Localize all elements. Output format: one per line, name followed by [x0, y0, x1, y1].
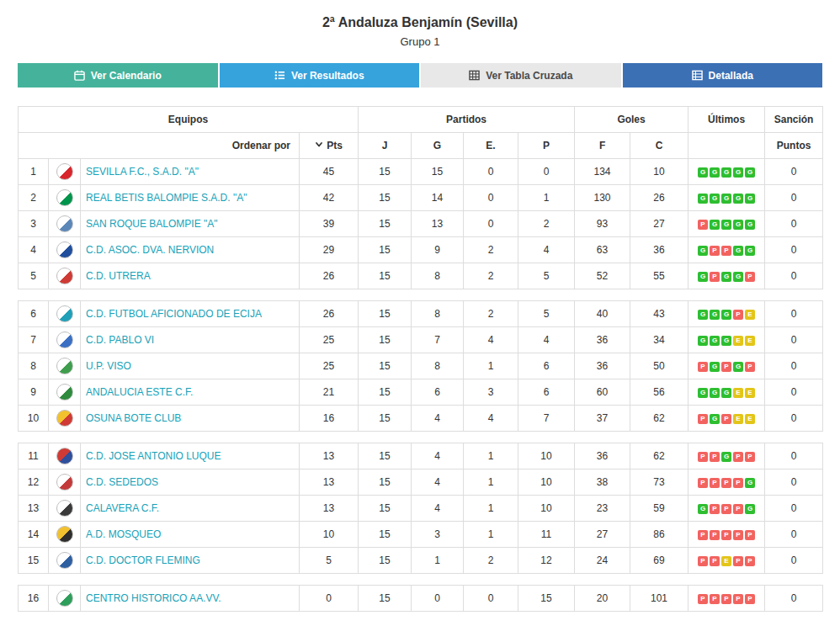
crest-cell: [49, 301, 81, 327]
points-cell: 25: [300, 327, 359, 353]
team-link[interactable]: A.D. MOSQUEO: [86, 528, 161, 540]
lost-cell: 5: [518, 301, 575, 327]
group-header-row: Equipos Partidos Goles Últimos Sanción: [19, 107, 823, 133]
played-cell: 15: [359, 443, 412, 470]
lost-cell: 10: [518, 443, 575, 470]
team-link[interactable]: SEVILLA F.C., S.A.D. "A": [86, 166, 199, 178]
points-cell: 39: [300, 211, 359, 237]
team-link[interactable]: OSUNA BOTE CLUB: [86, 412, 181, 424]
drawn-cell: 1: [464, 470, 518, 496]
team-link[interactable]: C.D. SEDEDOS: [86, 476, 158, 488]
result-badge: P: [698, 556, 708, 566]
team-crest-icon: [56, 526, 73, 543]
crest-cell: [49, 406, 81, 432]
last5-badges: GPPGG: [698, 246, 755, 256]
team-link[interactable]: CALAVERA C.F.: [86, 502, 159, 514]
sanction-cell: 0: [765, 263, 823, 289]
crest-cell: [49, 263, 81, 289]
lost-cell: 4: [518, 237, 575, 263]
last-results-cell: PGPEE: [688, 406, 765, 432]
sanction-cell: 0: [765, 211, 823, 237]
last5-badges: PPEPP: [698, 556, 755, 566]
result-badge: P: [733, 556, 743, 566]
result-badge: P: [710, 478, 720, 488]
team-link[interactable]: ANDALUCIA ESTE C.F.: [86, 386, 193, 398]
page-title: 2ª Andaluza Benjamín (Sevilla): [18, 15, 822, 30]
team-cell: C.D. DOCTOR FLEMING: [81, 548, 300, 574]
last5-badges: GPPPG: [698, 504, 755, 514]
crest-cell: [49, 353, 81, 379]
team-link[interactable]: C.D. UTRERA: [86, 270, 151, 282]
goals-against-cell: 50: [630, 353, 688, 379]
result-badge: P: [698, 362, 708, 372]
table-row: 5 C.D. UTRERA 26 15 8 2 5 52 55 GPGGP 0: [19, 263, 823, 289]
team-link[interactable]: C.D. PABLO VI: [86, 334, 154, 346]
goals-for-cell: 60: [575, 379, 630, 406]
won-cell: 4: [412, 470, 464, 496]
lost-cell: 6: [518, 379, 575, 406]
result-badge: P: [721, 504, 731, 514]
page: 2ª Andaluza Benjamín (Sevilla) Grupo 1 V…: [18, 0, 822, 612]
last5-badges: PPGPP: [698, 452, 755, 462]
won-cell: 4: [412, 496, 464, 522]
drawn-cell: 0: [464, 185, 518, 211]
goals-for-cell: 37: [575, 406, 630, 432]
drawn-cell: 1: [464, 522, 518, 548]
team-link[interactable]: CENTRO HISTORICO AA.VV.: [86, 592, 221, 604]
table-row: 1 SEVILLA F.C., S.A.D. "A" 45 15 15 0 0 …: [19, 159, 823, 185]
result-badge: G: [721, 336, 731, 346]
lost-cell: 11: [518, 522, 575, 548]
team-link[interactable]: C.D. DOCTOR FLEMING: [86, 554, 200, 566]
last-results-cell: PPPPP: [688, 522, 765, 548]
result-badge: G: [721, 388, 731, 398]
won-cell: 3: [412, 522, 464, 548]
goals-against-cell: 69: [630, 548, 688, 574]
team-cell: REAL BETIS BALOMPIE S.A.D. "A": [81, 185, 300, 211]
team-link[interactable]: C.D. JOSE ANTONIO LUQUE: [86, 450, 221, 462]
result-badge: G: [733, 272, 743, 282]
team-link[interactable]: SAN ROQUE BALOMPIE "A": [86, 218, 218, 230]
team-link[interactable]: REAL BETIS BALOMPIE S.A.D. "A": [86, 192, 247, 204]
played-cell: 15: [359, 353, 412, 379]
sanction-cell: 0: [765, 327, 823, 353]
position-cell: 1: [19, 159, 49, 185]
matches-group-header: Partidos: [359, 107, 575, 133]
team-link[interactable]: C.D. FUTBOL AFICIONADO DE ECIJA: [86, 308, 262, 320]
result-badge: G: [745, 478, 755, 488]
result-badge: G: [698, 336, 708, 346]
result-badge: G: [721, 272, 731, 282]
won-cell: 8: [412, 263, 464, 289]
result-badge: P: [733, 530, 743, 540]
result-badge: G: [710, 388, 720, 398]
last5-badges: PPPPG: [698, 478, 755, 488]
tab-ver-resultados[interactable]: Ver Resultados: [220, 63, 420, 88]
team-cell: U.P. VISO: [81, 353, 300, 379]
last-results-cell: GGGEE: [688, 327, 765, 353]
team-link[interactable]: U.P. VISO: [86, 360, 131, 372]
sanction-cell: 0: [765, 586, 823, 612]
result-badge: G: [721, 452, 731, 462]
tab-detallada[interactable]: Detallada: [623, 63, 823, 88]
position-cell: 10: [19, 406, 49, 432]
chevron-down-icon: [315, 140, 323, 151]
result-badge: G: [733, 167, 743, 178]
result-badge: E: [745, 414, 755, 424]
drawn-header: E.: [464, 133, 518, 159]
team-cell: CENTRO HISTORICO AA.VV.: [81, 586, 300, 612]
result-badge: G: [733, 220, 743, 230]
team-crest-icon: [56, 410, 73, 427]
team-crest-icon: [56, 384, 73, 401]
last5-badges: PPPPP: [698, 530, 755, 540]
last5-badges: PGPEE: [698, 414, 755, 424]
tab-ver-tabla-cruzada[interactable]: Ver Tabla Cruzada: [421, 63, 621, 88]
result-badge: G: [710, 167, 720, 178]
position-cell: 15: [19, 548, 49, 574]
tab-ver-calendario[interactable]: Ver Calendario: [18, 63, 218, 88]
lost-cell: 4: [518, 327, 575, 353]
result-badge: P: [733, 594, 743, 604]
team-link[interactable]: C.D. ASOC. DVA. NERVION: [86, 244, 214, 256]
result-badge: G: [710, 220, 720, 230]
table-row: 7 C.D. PABLO VI 25 15 7 4 4 36 34 GGGEE …: [19, 327, 823, 353]
goals-for-cell: 24: [575, 548, 630, 574]
sort-pts-header[interactable]: Pts: [300, 133, 359, 159]
